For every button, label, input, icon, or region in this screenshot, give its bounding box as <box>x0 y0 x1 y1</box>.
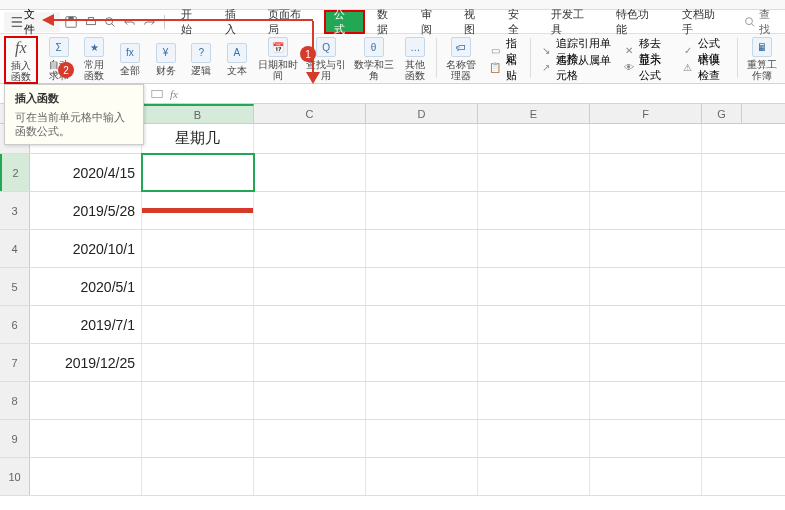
fx-indicator[interactable]: fx <box>170 88 178 100</box>
formula-dropdown-icon[interactable] <box>150 87 164 101</box>
cell-A9[interactable] <box>30 420 142 457</box>
tab-doc-assist[interactable]: 文档助手 <box>672 10 735 34</box>
cell-B2[interactable] <box>142 154 254 191</box>
cell-A7[interactable]: 2019/12/25 <box>30 344 142 381</box>
cell-D10[interactable] <box>366 458 478 495</box>
cell-A8[interactable] <box>30 382 142 419</box>
cell-F7[interactable] <box>590 344 702 381</box>
cell-D4[interactable] <box>366 230 478 267</box>
tab-review[interactable]: 审阅 <box>411 10 453 34</box>
qat-redo-icon[interactable] <box>141 13 159 31</box>
cell-D1[interactable] <box>366 124 478 153</box>
trace-dependents-button[interactable]: ↗追踪从属单元格 <box>537 60 614 76</box>
col-header-D[interactable]: D <box>366 104 478 123</box>
math-button[interactable]: θ 数学和三角 <box>353 36 395 82</box>
cell-C10[interactable] <box>254 458 366 495</box>
cell-B4[interactable] <box>142 230 254 267</box>
qat-print-icon[interactable] <box>82 13 100 31</box>
paste-name-button[interactable]: 📋粘贴 <box>486 60 524 76</box>
cell-E4[interactable] <box>478 230 590 267</box>
qat-save-icon[interactable] <box>62 13 80 31</box>
cell-C2[interactable] <box>254 154 366 191</box>
cell-E7[interactable] <box>478 344 590 381</box>
cell-F1[interactable] <box>590 124 702 153</box>
qat-undo-icon[interactable] <box>121 13 139 31</box>
cell-F8[interactable] <box>590 382 702 419</box>
cell-D5[interactable] <box>366 268 478 305</box>
all-fn-button[interactable]: fx 全部 <box>115 36 145 82</box>
row-header-4[interactable]: 4 <box>0 230 30 267</box>
tab-home[interactable]: 开始 <box>171 10 213 34</box>
cell-B8[interactable] <box>142 382 254 419</box>
cell-B7[interactable] <box>142 344 254 381</box>
recalc-button[interactable]: 🖩 重算工作簿 <box>744 36 781 82</box>
cell-B9[interactable] <box>142 420 254 457</box>
show-formulas-button[interactable]: 👁显示公式 <box>620 60 673 76</box>
row-header-5[interactable]: 5 <box>0 268 30 305</box>
col-header-E[interactable]: E <box>478 104 590 123</box>
cell-A4[interactable]: 2020/10/1 <box>30 230 142 267</box>
logic-button[interactable]: ? 逻辑 <box>186 36 216 82</box>
cell-E10[interactable] <box>478 458 590 495</box>
datetime-button[interactable]: 📅 日期和时间 <box>258 36 300 82</box>
common-fn-button[interactable]: ★ 常用函数 <box>79 36 109 82</box>
cell-F9[interactable] <box>590 420 702 457</box>
cell-F5[interactable] <box>590 268 702 305</box>
row-header-3[interactable]: 3 <box>0 192 30 229</box>
error-check-button[interactable]: ⚠错误检查 <box>678 60 731 76</box>
tab-devtools[interactable]: 开发工具 <box>541 10 604 34</box>
tab-insert[interactable]: 插入 <box>215 10 257 34</box>
col-header-G[interactable]: G <box>702 104 742 123</box>
cell-B6[interactable] <box>142 306 254 343</box>
tab-safety[interactable]: 安全 <box>498 10 540 34</box>
cell-F6[interactable] <box>590 306 702 343</box>
col-header-F[interactable]: F <box>590 104 702 123</box>
cell-E3[interactable] <box>478 192 590 229</box>
cell-C5[interactable] <box>254 268 366 305</box>
cell-C3[interactable] <box>254 192 366 229</box>
col-header-C[interactable]: C <box>254 104 366 123</box>
cell-C6[interactable] <box>254 306 366 343</box>
cell-E6[interactable] <box>478 306 590 343</box>
row-header-2[interactable]: 2 <box>0 154 30 191</box>
cell-C7[interactable] <box>254 344 366 381</box>
cell-C9[interactable] <box>254 420 366 457</box>
cell-A5[interactable]: 2020/5/1 <box>30 268 142 305</box>
cell-D3[interactable] <box>366 192 478 229</box>
qat-preview-icon[interactable] <box>101 13 119 31</box>
cell-E1[interactable] <box>478 124 590 153</box>
cell-E5[interactable] <box>478 268 590 305</box>
cell-C4[interactable] <box>254 230 366 267</box>
tab-features[interactable]: 特色功能 <box>606 10 669 34</box>
cell-F2[interactable] <box>590 154 702 191</box>
row-header-8[interactable]: 8 <box>0 382 30 419</box>
search-box[interactable]: 查找 <box>743 7 781 37</box>
cell-A3[interactable]: 2019/5/28 <box>30 192 142 229</box>
cell-E9[interactable] <box>478 420 590 457</box>
cell-A2[interactable]: 2020/4/15 <box>30 154 142 191</box>
cell-D2[interactable] <box>366 154 478 191</box>
tab-data[interactable]: 数据 <box>367 10 409 34</box>
insert-function-button[interactable]: fx 插入函数 <box>4 36 38 84</box>
cell-A10[interactable] <box>30 458 142 495</box>
cell-B5[interactable] <box>142 268 254 305</box>
cell-B10[interactable] <box>142 458 254 495</box>
row-header-6[interactable]: 6 <box>0 306 30 343</box>
cell-B1[interactable]: 星期几 <box>142 124 254 153</box>
cell-F4[interactable] <box>590 230 702 267</box>
cell-D9[interactable] <box>366 420 478 457</box>
col-header-B[interactable]: B <box>142 104 254 123</box>
tab-view[interactable]: 视图 <box>454 10 496 34</box>
cell-A6[interactable]: 2019/7/1 <box>30 306 142 343</box>
row-header-7[interactable]: 7 <box>0 344 30 381</box>
name-manager-button[interactable]: 🏷 名称管理器 <box>443 36 480 82</box>
cell-E8[interactable] <box>478 382 590 419</box>
other-fn-button[interactable]: … 其他函数 <box>400 36 430 82</box>
tab-formula[interactable]: 公式 <box>324 10 366 34</box>
cell-D6[interactable] <box>366 306 478 343</box>
row-header-9[interactable]: 9 <box>0 420 30 457</box>
finance-button[interactable]: ¥ 财务 <box>151 36 181 82</box>
cell-E2[interactable] <box>478 154 590 191</box>
cell-C8[interactable] <box>254 382 366 419</box>
cell-D8[interactable] <box>366 382 478 419</box>
